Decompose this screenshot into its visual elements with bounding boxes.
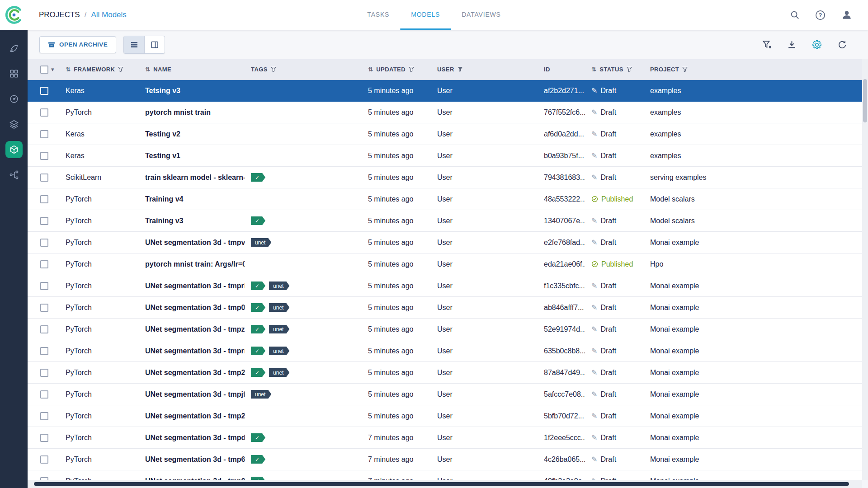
- table-row[interactable]: PyTorch UNet segmentation 3d - tmpvjhyl.…: [28, 232, 868, 253]
- tab-models[interactable]: MODELS: [400, 0, 451, 30]
- row-checkbox[interactable]: [40, 282, 48, 290]
- help-button[interactable]: ?: [814, 9, 826, 21]
- row-checkbox[interactable]: [40, 217, 48, 225]
- row-checkbox[interactable]: [40, 108, 48, 117]
- cell-name[interactable]: Tetsing v3: [139, 87, 245, 95]
- breadcrumb-projects[interactable]: PROJECTS: [39, 10, 80, 19]
- table-row[interactable]: PyTorch UNet segmentation 3d - tmpzh0...…: [28, 319, 868, 340]
- tag-unet[interactable]: unet: [251, 238, 271, 247]
- row-checkbox[interactable]: [40, 174, 48, 182]
- tag-check[interactable]: ✓: [251, 325, 265, 333]
- row-checkbox[interactable]: [40, 325, 48, 333]
- row-checkbox[interactable]: [40, 152, 48, 160]
- cell-name[interactable]: UNet segmentation 3d - tmpzh0...: [139, 325, 245, 333]
- tag-unet[interactable]: unet: [251, 390, 271, 399]
- column-header-name[interactable]: ⇅NAME: [139, 66, 245, 73]
- table-row[interactable]: PyTorch UNet segmentation 3d - tmp6fq0..…: [28, 449, 868, 470]
- sidebar-item-rocket[interactable]: [1, 36, 27, 61]
- sort-icon[interactable]: ⇅: [368, 66, 373, 73]
- profile-button[interactable]: [840, 8, 854, 22]
- selection-menu-caret-icon[interactable]: ▾: [51, 66, 54, 73]
- row-checkbox[interactable]: [40, 87, 48, 95]
- tag-check[interactable]: ✓: [251, 347, 265, 355]
- cell-name[interactable]: UNet segmentation 3d - tmpjfjpv...: [139, 390, 245, 399]
- filter-icon-active[interactable]: [458, 66, 463, 72]
- column-header-framework[interactable]: ⇅FRAMEWORK: [59, 66, 139, 73]
- table-view-button[interactable]: [124, 36, 144, 53]
- cell-name[interactable]: train sklearn model - sklearn-mo...: [139, 174, 245, 182]
- cell-name[interactable]: Training v3: [139, 217, 245, 225]
- filter-icon[interactable]: [627, 66, 632, 72]
- table-row[interactable]: PyTorch UNet segmentation 3d - tmp29rf..…: [28, 362, 868, 384]
- tag-unet[interactable]: unet: [269, 347, 289, 355]
- sidebar-item-layers[interactable]: [1, 112, 27, 137]
- row-checkbox[interactable]: [40, 260, 48, 268]
- select-all-header[interactable]: ▾: [28, 66, 59, 74]
- sidebar-item-models-active[interactable]: [1, 137, 27, 162]
- tag-unet[interactable]: unet: [269, 325, 289, 333]
- sort-icon[interactable]: ⇅: [591, 66, 596, 73]
- tag-check[interactable]: ✓: [251, 216, 265, 225]
- cell-name[interactable]: Testing v2: [139, 130, 245, 138]
- app-logo[interactable]: [0, 0, 28, 30]
- table-row[interactable]: PyTorch UNet segmentation 3d - tmpdm4...…: [28, 427, 868, 449]
- row-checkbox[interactable]: [40, 369, 48, 377]
- sidebar-item-gauge[interactable]: [1, 86, 27, 112]
- cell-name[interactable]: UNet segmentation 3d - tmpvjhyl...: [139, 239, 245, 247]
- tag-check[interactable]: ✓: [251, 455, 265, 464]
- sort-icon[interactable]: ⇅: [145, 66, 150, 73]
- table-row[interactable]: ScikitLearn train sklearn model - sklear…: [28, 167, 868, 188]
- table-row[interactable]: PyTorch pytorch mnist train: Args/lr=0.0…: [28, 253, 868, 275]
- vertical-scrollbar-thumb[interactable]: [863, 79, 867, 122]
- cell-name[interactable]: UNet segmentation 3d - tmprrae...: [139, 347, 245, 355]
- cell-name[interactable]: UNet segmentation 3d - tmp29rf...: [139, 369, 245, 377]
- filter-icon[interactable]: [682, 66, 688, 72]
- column-header-tags[interactable]: TAGS: [245, 66, 362, 73]
- table-row[interactable]: PyTorch pytorch mnist train 5 minutes ag…: [28, 102, 868, 123]
- filter-icon[interactable]: [271, 66, 276, 72]
- row-checkbox[interactable]: [40, 304, 48, 312]
- sidebar-item-grid[interactable]: [1, 61, 27, 86]
- open-archive-button[interactable]: OPEN ARCHIVE: [39, 36, 116, 53]
- horizontal-scrollbar[interactable]: [28, 480, 862, 488]
- tab-tasks[interactable]: TASKS: [356, 0, 400, 30]
- column-header-user[interactable]: USER: [431, 66, 538, 73]
- settings-button[interactable]: [811, 39, 823, 51]
- table-row[interactable]: PyTorch UNet segmentation 3d - tmp0ap...…: [28, 470, 868, 480]
- sort-icon[interactable]: ⇅: [66, 66, 71, 73]
- tag-unet[interactable]: unet: [269, 282, 289, 290]
- column-header-updated[interactable]: ⇅UPDATED: [362, 66, 431, 73]
- auto-refresh-button[interactable]: [836, 39, 848, 51]
- column-header-project[interactable]: PROJECT: [644, 66, 868, 73]
- cell-name[interactable]: UNet segmentation 3d - tmp6fq0...: [139, 455, 245, 464]
- cell-name[interactable]: UNet segmentation 3d - tmprb9d...: [139, 282, 245, 290]
- filter-icon[interactable]: [118, 66, 123, 72]
- tag-check[interactable]: ✓: [251, 282, 265, 290]
- row-checkbox[interactable]: [40, 434, 48, 442]
- download-button[interactable]: [786, 39, 797, 50]
- horizontal-scrollbar-thumb[interactable]: [34, 482, 849, 486]
- cell-name[interactable]: Testing v1: [139, 152, 245, 160]
- table-row[interactable]: Keras Testing v2 5 minutes ago User af6d…: [28, 123, 868, 145]
- search-button[interactable]: [789, 9, 801, 21]
- table-row[interactable]: Keras Tetsing v3 5 minutes ago User af2b…: [28, 80, 868, 102]
- cell-name[interactable]: UNet segmentation 3d - tmpdm4...: [139, 434, 245, 442]
- table-row[interactable]: PyTorch UNet segmentation 3d - tmpjfjpv.…: [28, 384, 868, 405]
- cell-name[interactable]: Training v4: [139, 195, 245, 203]
- row-checkbox[interactable]: [40, 195, 48, 203]
- table-row[interactable]: Keras Testing v1 5 minutes ago User b0a9…: [28, 145, 868, 167]
- row-checkbox[interactable]: [40, 347, 48, 355]
- cell-name[interactable]: UNet segmentation 3d - tmp2kr0...: [139, 412, 245, 420]
- breadcrumb-current[interactable]: All Models: [91, 10, 126, 19]
- sidebar-item-pipelines[interactable]: [1, 162, 27, 188]
- row-checkbox[interactable]: [40, 455, 48, 464]
- vertical-scrollbar[interactable]: [862, 59, 868, 480]
- tag-check[interactable]: ✓: [251, 433, 265, 442]
- table-row[interactable]: PyTorch UNet segmentation 3d - tmprrae..…: [28, 340, 868, 362]
- tag-unet[interactable]: unet: [269, 368, 289, 377]
- table-row[interactable]: PyTorch Training v3 ✓ 5 minutes ago User…: [28, 210, 868, 232]
- tag-check[interactable]: ✓: [251, 477, 265, 480]
- table-row[interactable]: PyTorch UNet segmentation 3d - tmp0tu...…: [28, 297, 868, 319]
- row-checkbox[interactable]: [40, 390, 48, 399]
- clear-filters-button[interactable]: [761, 39, 773, 50]
